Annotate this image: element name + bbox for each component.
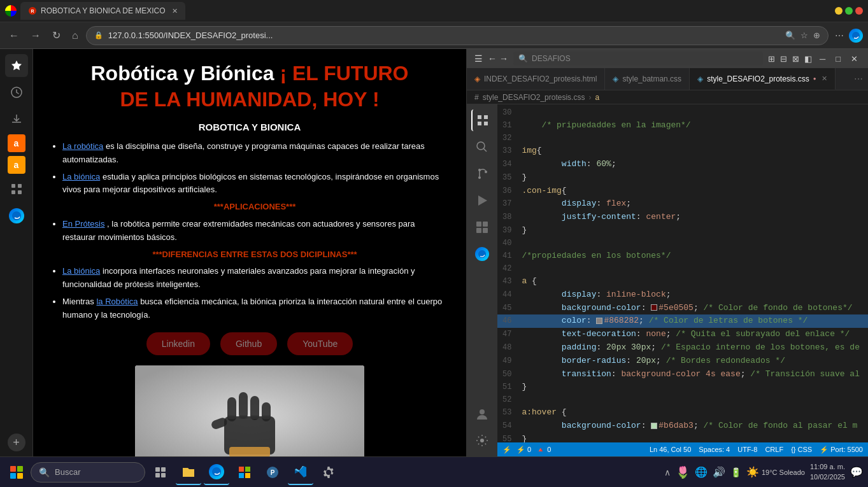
linkedin-button[interactable]: Linkedin [146,332,210,355]
taskbar-search[interactable]: 🔍 Buscar [31,462,145,483]
tab-index-html[interactable]: ◈ INDEX_DESAFIO2_protesis.html [467,68,605,90]
taskbar-python-button[interactable]: P [260,460,285,485]
statusbar-position[interactable]: Ln 46, Col 50 [650,446,691,453]
social-buttons-row: Linkedin Github YouTube [52,332,447,355]
vscode-tabs: ◈ INDEX_DESAFIO2_protesis.html ◈ style_b… [467,68,868,90]
tab-more-button[interactable]: ⋯ [849,68,868,90]
vscode-close-button[interactable]: ✕ [848,54,860,64]
reload-button[interactable]: ↻ [48,27,64,44]
sidebar-add-button[interactable]: + [8,434,25,451]
start-button[interactable] [5,461,28,484]
webpage-list: La robótica es la disciplina que diseña,… [52,140,447,322]
bionica-link1[interactable]: La biónica [62,172,100,181]
taskbar-notification-button[interactable]: 💬 [850,466,863,478]
line-content-50: transition: background-color 4s ease; /*… [522,368,860,381]
tab-close-icon[interactable]: ✕ [822,74,827,83]
address-bar[interactable]: 🔒 127.0.0.1:5500/INDEX_DESAFIO2_protesi.… [86,26,829,45]
taskbar-power-icon[interactable]: 🔋 [730,467,741,477]
vscode-minimize-button[interactable]: ─ [817,54,828,64]
activity-extensions-icon[interactable] [471,216,493,238]
vscode-sidebar-icon[interactable]: ◧ [804,54,812,64]
forward-button[interactable]: → [27,27,45,44]
statusbar-branch-icon[interactable]: ⚡ [502,446,511,454]
address-star-icon[interactable]: ☆ [800,31,808,40]
breadcrumb-selector[interactable]: a [595,93,599,102]
statusbar-errors[interactable]: ⚡ 0 [516,446,531,454]
tab-desafio-css[interactable]: ◈ style_DESAFIO2_protesis.css ● ✕ [690,68,836,90]
svg-rect-33 [155,473,160,477]
sidebar-history-button[interactable] [5,81,28,104]
back-button[interactable]: ← [5,27,23,44]
sidebar-amazon-icon[interactable]: a [8,134,25,152]
sidebar-amazon2-icon[interactable]: a [8,156,25,174]
bionica-link2[interactable]: La biónica [62,266,100,276]
activity-run-icon[interactable] [471,190,493,211]
vscode-back-button[interactable]: ← [488,53,497,64]
maximize-button[interactable]: □ [845,7,853,15]
browser-toolbar: ← → ↻ ⌂ 🔒 127.0.0.1:5500/INDEX_DESAFIO2_… [0,22,868,49]
tab-batman-css[interactable]: ◈ style_batman.css [605,68,690,90]
taskbar-network-icon[interactable]: 🌐 [695,466,708,478]
svg-point-29 [480,409,485,414]
browser-active-tab[interactable]: R ROBOTICA Y BIONICA DE MEXICO ✕ [20,2,185,20]
taskbar-edge-button[interactable] [204,460,229,485]
code-area[interactable]: 30 31 /* pripuedaddes en la imagen*/ 32 … [497,104,868,442]
robotica-link[interactable]: La robótica [62,141,103,151]
vscode-split-icon[interactable]: ⊟ [780,54,787,64]
svg-point-30 [480,439,484,442]
activity-search-icon[interactable] [471,136,493,158]
vscode-extensions-icon[interactable]: ⊞ [768,54,775,64]
code-line-39: 39 } [497,224,868,237]
vscode-search-bar[interactable]: 🔍 DESAFIOS [513,52,763,66]
statusbar-encoding[interactable]: UTF-8 [737,446,757,453]
statusbar-line-ending[interactable]: CRLF [765,446,783,453]
statusbar-language[interactable]: {} CSS [791,446,812,453]
activity-edge-icon[interactable] [471,243,493,265]
svg-rect-31 [155,467,160,472]
statusbar-warnings[interactable]: 🔺 0 [536,446,551,454]
line-num-30: 30 [502,107,522,119]
webpage-title: Robótica y Biónica ¡ EL FUTURO [52,62,447,85]
edge-profile-icon[interactable] [849,29,863,43]
taskview-button[interactable] [148,460,173,485]
code-line-34: 34 width: 60%; [497,158,868,171]
activity-settings-icon[interactable] [471,430,493,451]
vscode-panel-icon[interactable]: ⊠ [792,54,799,64]
taskbar-settings-button[interactable] [316,460,341,485]
taskbar-tray-arrow[interactable]: ∧ [664,467,671,477]
statusbar-spaces[interactable]: Spaces: 4 [699,446,730,453]
minimize-button[interactable]: ─ [835,7,843,15]
activity-account-icon[interactable] [471,403,493,425]
statusbar-port[interactable]: ⚡ Port: 5500 [820,446,863,454]
vscode-forward-button[interactable]: → [499,53,508,64]
vscode-menu-icon[interactable]: ☰ [474,53,483,64]
breadcrumb-filename[interactable]: style_DESAFIO2_protesis.css [483,93,585,102]
line-content-55: } [522,433,527,442]
taskbar-vscode-button[interactable] [288,460,313,485]
vscode-panel: ☰ ← → 🔍 DESAFIOS ⊞ ⊟ ⊠ ◧ ─ □ ✕ ◈ [466,49,868,456]
address-bookmark-icon[interactable]: ⊕ [813,31,820,40]
taskbar-volume-icon[interactable]: 🔊 [713,466,725,478]
vscode-window-controls: ⊞ ⊟ ⊠ ◧ ─ □ ✕ [768,54,860,64]
close-button[interactable]: ✕ [855,7,863,15]
taskbar-store-button[interactable] [232,460,257,485]
youtube-button[interactable]: YouTube [287,332,353,355]
taskbar-explorer-button[interactable] [176,460,201,485]
line-content-34: width: 60%; [522,158,616,171]
sidebar-extensions-button[interactable] [5,178,28,201]
tab-close-button[interactable]: ✕ [172,7,178,15]
robotica-link2[interactable]: la Robótica [96,297,138,306]
activity-explorer-icon[interactable] [471,109,493,131]
protesis-link[interactable]: En Prótesis [62,219,104,229]
svg-rect-38 [245,473,250,478]
taskbar-clock[interactable]: 11:09 a. m. 10/02/2025 [810,462,845,482]
github-button[interactable]: Github [220,332,277,355]
sidebar-downloads-button[interactable] [5,108,28,131]
sidebar-favorites-button[interactable] [5,54,28,77]
code-line-53: 53 a:hover { [497,406,868,420]
vscode-maximize-button[interactable]: □ [833,54,843,64]
sidebar-edge-icon[interactable] [5,204,28,227]
activity-git-icon[interactable] [471,163,493,185]
home-button[interactable]: ⌂ [68,27,82,44]
extensions-button[interactable]: ⋯ [832,28,846,43]
